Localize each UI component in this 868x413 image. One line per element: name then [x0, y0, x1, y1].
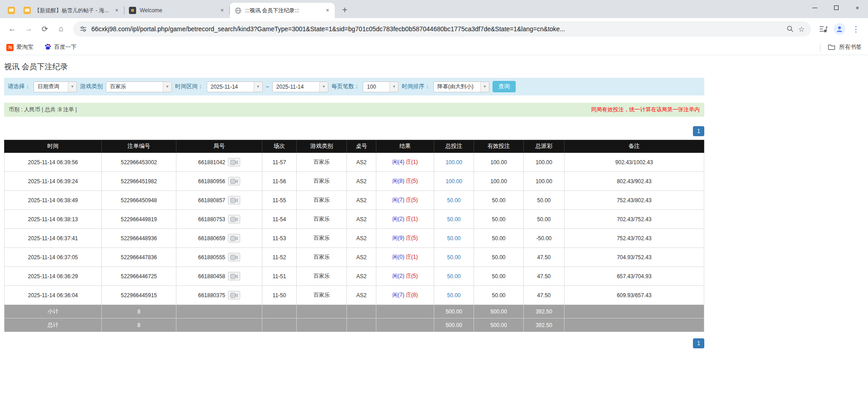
new-tab-button[interactable]: + — [338, 4, 351, 16]
cell-game-type: 百家乐 — [297, 267, 347, 286]
chevron-down-icon[interactable]: ▼ — [389, 82, 398, 92]
select-type-label: 请选择： — [8, 83, 30, 90]
tab-welcome[interactable]: Welcome × — [124, 3, 229, 18]
minimize-button[interactable] — [804, 0, 825, 15]
subtotal-row: 小计 8 500.00 500.00 392.50 — [5, 305, 704, 318]
cell-bet-id: 522966449819 — [102, 210, 176, 229]
table-row: 2025-11-14 06:39:24522966451982661880956… — [5, 172, 704, 191]
total-bet-link[interactable]: 50.00 — [447, 292, 460, 299]
bet-records-table: 时间注单编号局号场次游戏类别桌号结果总投注有效投注总派彩备注 2025-11-1… — [4, 140, 704, 332]
total-bet-link[interactable]: 50.00 — [447, 235, 460, 242]
cell-round-id: 661880659 — [176, 229, 262, 248]
game-type-label: 游戏类别 — [80, 83, 103, 90]
cell-session: 11-55 — [262, 191, 297, 210]
sort-select[interactable]: 降幂(由大到小) ▼ — [433, 81, 489, 92]
maximize-icon — [834, 5, 839, 10]
total-bet-link[interactable]: 50.00 — [447, 216, 460, 223]
subtotal-empty-cell — [564, 305, 704, 318]
table-row: 2025-11-14 06:36:29522966446725661880458… — [5, 267, 704, 286]
cell-valid-bet: 50.00 — [474, 210, 524, 229]
browser-menu-button[interactable]: ⋮ — [848, 21, 863, 37]
page-size-select[interactable]: 100 ▼ — [363, 81, 398, 92]
chevron-down-icon[interactable]: ▼ — [254, 82, 262, 92]
video-replay-button[interactable] — [228, 234, 240, 242]
cell-result: 闲(4)庄(1) — [376, 153, 434, 172]
media-controls-icon[interactable] — [816, 21, 831, 37]
chevron-down-icon[interactable]: ▼ — [163, 82, 171, 92]
total-bet-link[interactable]: 50.00 — [447, 254, 460, 261]
forward-button[interactable]: → — [21, 21, 36, 37]
profile-avatar[interactable] — [832, 21, 847, 37]
date-from-select[interactable]: 2025-11-14 ▼ — [207, 81, 263, 92]
column-header: 桌号 — [347, 140, 376, 153]
cell-payout: 100.00 — [524, 172, 564, 191]
bookmarks-divider — [820, 43, 821, 52]
bookmark-star-icon[interactable]: ☆ — [798, 25, 805, 33]
baidu-paw-icon — [44, 43, 52, 52]
bookmark-baidu[interactable]: 百度一下 — [44, 43, 77, 52]
zoom-icon[interactable] — [787, 25, 794, 33]
result-player: 闲(4) — [392, 159, 404, 165]
video-replay-button[interactable] — [228, 291, 240, 299]
chevron-down-icon[interactable]: ▼ — [68, 82, 76, 92]
video-replay-button[interactable] — [228, 196, 240, 204]
cell-remark: 702.43/752.43 — [564, 210, 704, 229]
cell-table-no: AS2 — [347, 286, 376, 305]
site-settings-icon[interactable] — [80, 25, 87, 33]
video-replay-button[interactable] — [228, 272, 240, 280]
subtotal-label: 小计 — [5, 305, 102, 318]
pagination-top: 1 — [4, 126, 704, 136]
table-row: 2025-11-14 06:37:05522966447836661880555… — [5, 248, 704, 267]
page-size-label: 每页笔数： — [332, 83, 360, 90]
maximize-button[interactable] — [825, 0, 847, 15]
date-to-select[interactable]: 2025-11-14 ▼ — [272, 81, 328, 92]
cell-table-no: AS2 — [347, 229, 376, 248]
search-button[interactable]: 查询 — [493, 81, 516, 92]
game-type-select[interactable]: 百家乐 ▼ — [106, 81, 172, 92]
tab-close-icon[interactable]: × — [113, 7, 120, 14]
query-type-select[interactable]: 日期查询 ▼ — [33, 81, 77, 92]
back-button[interactable]: ← — [5, 21, 20, 37]
cell-round-id: 661880857 — [176, 191, 262, 210]
total-empty-cell — [347, 318, 376, 332]
result-banker: 庄(5) — [406, 178, 418, 184]
table-row: 2025-11-14 06:37:41522966448936661880659… — [5, 229, 704, 248]
column-header: 时间 — [5, 140, 102, 153]
tab-close-icon[interactable]: × — [218, 7, 226, 14]
pinned-tab[interactable] — [4, 3, 19, 18]
tab-close-icon[interactable]: × — [324, 7, 331, 14]
all-bookmarks-button[interactable]: 所有书签 — [839, 43, 862, 51]
cell-bet-id: 522966445915 — [102, 286, 176, 305]
result-player: 闲(7) — [392, 292, 404, 298]
subtotal-total-bet: 500.00 — [434, 305, 474, 318]
total-bet-link[interactable]: 100.00 — [446, 178, 462, 185]
chevron-down-icon[interactable]: ▼ — [480, 82, 489, 92]
total-bet-link[interactable]: 100.00 — [446, 159, 462, 166]
tab-bet-records-active[interactable]: :::视讯 会员下注纪录::: × — [230, 3, 335, 18]
column-header: 总派彩 — [524, 140, 564, 153]
video-replay-button[interactable] — [228, 158, 240, 166]
close-window-button[interactable]: × — [847, 0, 868, 15]
url-text[interactable]: 66cxkj98.com/ipl/portal.php/game/betreco… — [91, 25, 782, 33]
home-button[interactable]: ⌂ — [53, 21, 69, 37]
total-bet-link[interactable]: 50.00 — [447, 273, 460, 280]
tab-forum[interactable]: 【新提醒】杨雪儿的帖子 - 海... × — [19, 3, 124, 18]
video-replay-button[interactable] — [228, 215, 240, 223]
address-bar[interactable]: 66cxkj98.com/ipl/portal.php/game/betreco… — [73, 21, 811, 37]
cell-game-type: 百家乐 — [297, 248, 347, 267]
result-banker: 庄(8) — [406, 292, 418, 298]
reload-button[interactable]: ⟳ — [37, 21, 52, 37]
chevron-down-icon[interactable]: ▼ — [319, 82, 328, 92]
round-id-text: 661880375 — [198, 292, 225, 299]
cell-bet-id: 522966451982 — [102, 172, 176, 191]
video-replay-button[interactable] — [228, 253, 240, 261]
cell-remark: 752.43/802.43 — [564, 191, 704, 210]
cell-valid-bet: 50.00 — [474, 191, 524, 210]
pagination-page-1[interactable]: 1 — [693, 126, 704, 136]
video-replay-button[interactable] — [228, 177, 240, 185]
pagination-page-1[interactable]: 1 — [693, 338, 704, 348]
cell-total-bet: 50.00 — [434, 210, 474, 229]
pinned-tab-favicon — [8, 7, 15, 14]
total-bet-link[interactable]: 50.00 — [447, 197, 460, 204]
bookmark-taobao[interactable]: 淘 爱淘宝 — [6, 43, 33, 51]
